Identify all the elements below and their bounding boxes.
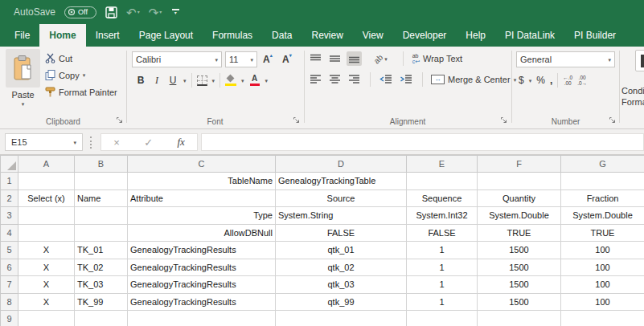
copy-dropdown-icon[interactable]: ▾ — [83, 72, 86, 78]
row-header-2[interactable]: 2 — [1, 189, 18, 207]
cell-A9[interactable] — [18, 311, 75, 326]
cell-A8[interactable]: X — [18, 293, 75, 311]
currency-format-button[interactable]: $ — [519, 75, 524, 86]
font-name-dropdown-icon[interactable]: ▾ — [215, 57, 218, 63]
cell-D8[interactable]: qtk_99 — [276, 293, 407, 311]
cell-C7[interactable]: GenealogyTrackingResults — [128, 276, 276, 294]
tab-page-layout[interactable]: Page Layout — [129, 24, 203, 47]
align-center-icon[interactable] — [327, 72, 343, 87]
cell-F7[interactable]: 1500 — [478, 276, 561, 294]
cell-B5[interactable]: TK_01 — [75, 242, 128, 259]
cell-E2[interactable]: Sequence — [407, 189, 478, 207]
cell-D7[interactable]: qtk_03 — [276, 276, 407, 294]
borders-dropdown-icon[interactable]: ▾ — [212, 78, 215, 84]
name-box[interactable]: E15 ▾ — [5, 133, 83, 151]
name-box-dropdown-icon[interactable]: ▾ — [73, 140, 76, 145]
cell-B9[interactable] — [75, 311, 128, 326]
cell-D2[interactable]: Source — [276, 189, 407, 207]
col-header-B[interactable]: B — [75, 156, 128, 173]
font-size-combobox[interactable]: 11 ▾ — [225, 51, 257, 67]
enter-icon[interactable]: ✓ — [144, 137, 153, 149]
cell-C8[interactable]: GenealogyTrackingResults — [128, 293, 276, 311]
orientation-button[interactable]: ab ▾ — [374, 55, 388, 63]
copy-button[interactable]: Copy ▾ — [45, 70, 85, 80]
row-header-3[interactable]: 3 — [1, 207, 18, 225]
undo-button[interactable]: ↶ ▾ — [126, 6, 140, 18]
increase-decimal-icon[interactable]: ←.0.00 — [563, 75, 572, 86]
col-header-A[interactable]: A — [18, 156, 75, 173]
font-color-dropdown-icon[interactable]: ▾ — [265, 78, 269, 84]
cell-E6[interactable]: 1 — [407, 259, 478, 276]
borders-icon[interactable] — [197, 75, 207, 86]
row-header-9[interactable]: 9 — [1, 311, 18, 326]
cell-B1[interactable] — [75, 173, 128, 190]
font-dialog-launcher-icon[interactable] — [293, 116, 300, 125]
formula-input[interactable] — [201, 133, 644, 151]
cell-G6[interactable]: 100 — [561, 259, 644, 276]
cell-G8[interactable]: 100 — [561, 293, 644, 311]
redo-dropdown-icon[interactable]: ▾ — [159, 6, 162, 18]
comma-format-button[interactable]: , — [550, 75, 552, 86]
alignment-dialog-launcher-icon[interactable] — [500, 116, 507, 125]
format-painter-button[interactable]: Format Painter — [45, 87, 117, 97]
cut-button[interactable]: Cut — [45, 53, 72, 63]
align-left-icon[interactable] — [308, 72, 323, 87]
tab-help[interactable]: Help — [456, 24, 495, 47]
cell-A4[interactable] — [18, 224, 75, 242]
redo-button[interactable]: ↷ ▾ — [149, 6, 162, 18]
cell-E7[interactable]: 1 — [407, 276, 478, 294]
col-header-E-selected[interactable]: E — [407, 156, 478, 173]
cell-G1[interactable] — [561, 173, 644, 190]
tab-pi-datalink[interactable]: PI DataLink — [495, 24, 564, 47]
row-header-4[interactable]: 4 — [1, 224, 18, 242]
align-top-icon[interactable] — [308, 51, 323, 66]
font-color-icon[interactable]: A — [249, 75, 260, 86]
clipboard-dialog-launcher-icon[interactable] — [116, 116, 123, 125]
bold-button[interactable]: B — [135, 75, 146, 86]
cell-G5[interactable]: 100 — [561, 242, 644, 259]
cell-C5[interactable]: GenealogyTrackingResults — [128, 242, 276, 259]
font-name-combobox[interactable]: Calibri ▾ — [132, 51, 222, 67]
decrease-font-size-button[interactable]: A ▾ — [282, 54, 292, 65]
col-header-D[interactable]: D — [276, 156, 407, 173]
cell-F8[interactable]: 1500 — [478, 293, 561, 311]
cell-A1[interactable] — [18, 173, 75, 190]
customize-quick-access-toolbar-button[interactable]: ▾ — [170, 9, 180, 15]
tab-file[interactable]: File — [5, 24, 39, 47]
cell-F3[interactable]: System.Double — [478, 207, 561, 225]
cell-F1[interactable] — [478, 173, 561, 190]
increase-font-size-button[interactable]: A ▴ — [263, 54, 273, 65]
cell-A7[interactable]: X — [18, 276, 75, 294]
row-header-7[interactable]: 7 — [1, 276, 18, 294]
percent-format-button[interactable]: % — [536, 75, 545, 86]
cell-F5[interactable]: 1500 — [478, 242, 561, 259]
increase-indent-icon[interactable] — [398, 72, 414, 87]
col-header-F[interactable]: F — [478, 156, 561, 173]
tab-home[interactable]: Home — [39, 24, 85, 47]
undo-dropdown-icon[interactable]: ▾ — [137, 6, 140, 18]
merge-center-button[interactable]: ↔ Merge & Center ▾ — [431, 75, 516, 84]
cell-E1[interactable] — [407, 173, 478, 190]
paste-button[interactable]: Paste ▾ — [4, 49, 42, 117]
cell-B7[interactable]: TK_03 — [75, 276, 128, 294]
cell-E3[interactable]: System.Int32 — [407, 207, 478, 225]
cell-A3[interactable] — [18, 207, 75, 225]
number-format-combobox[interactable]: General ▾ — [516, 51, 615, 67]
cell-C4[interactable]: AllowDBNull — [128, 224, 276, 242]
cell-B3[interactable] — [75, 207, 128, 225]
tab-insert[interactable]: Insert — [86, 24, 129, 47]
insert-function-icon[interactable]: fx — [177, 136, 184, 149]
save-icon[interactable] — [105, 6, 117, 18]
number-format-dropdown-icon[interactable]: ▾ — [608, 57, 611, 63]
tab-developer[interactable]: Developer — [393, 24, 457, 47]
row-header-8[interactable]: 8 — [1, 293, 18, 311]
col-header-G[interactable]: G — [561, 156, 644, 173]
tab-data[interactable]: Data — [262, 24, 301, 47]
cell-D9[interactable] — [276, 311, 407, 326]
cell-C9[interactable] — [128, 311, 276, 326]
cell-F2[interactable]: Quantity — [478, 189, 561, 207]
cancel-icon[interactable]: × — [113, 137, 120, 149]
cell-C2[interactable]: Attribute — [128, 189, 276, 207]
fill-color-dropdown-icon[interactable]: ▾ — [241, 78, 244, 84]
cell-B2[interactable]: Name — [75, 189, 128, 207]
